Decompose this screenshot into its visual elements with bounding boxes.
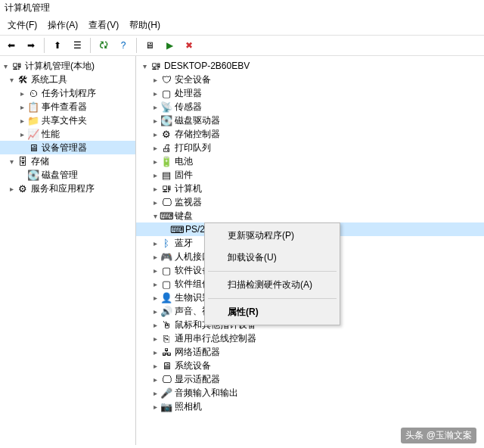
system-icon: 🖥 — [160, 359, 172, 372]
category-audio[interactable]: ▸🎤音频输入和输出 — [136, 386, 484, 400]
biometric-icon: 👤 — [160, 291, 172, 303]
category-camera[interactable]: ▸📷照相机 — [136, 400, 484, 413]
hdd-icon: 💽 — [160, 114, 172, 126]
firmware-icon: ▤ — [160, 169, 172, 181]
back-button[interactable]: ⬅ — [3, 37, 20, 54]
keyboard-icon: ⌨ — [160, 210, 172, 222]
ctx-separator — [208, 298, 337, 299]
hid-icon: 🎮 — [160, 250, 172, 263]
category-keyboard[interactable]: ▾⌨键盘 — [136, 209, 484, 222]
monitor-icon: 🖵 — [160, 196, 172, 208]
ctx-properties[interactable]: 属性(R) — [206, 301, 338, 323]
up-button[interactable]: ⬆ — [49, 37, 66, 54]
context-menu: 更新驱动程序(P) 卸载设备(U) 扫描检测硬件改动(A) 属性(R) — [204, 222, 340, 325]
window-title: 计算机管理 — [0, 0, 484, 16]
disk-management[interactable]: 💽磁盘管理 — [0, 168, 135, 182]
event-viewer[interactable]: ▸📋事件查看器 — [0, 100, 135, 114]
computer-icon: 🖳 — [11, 60, 23, 72]
usb-icon: ⎘ — [160, 332, 172, 344]
category-system[interactable]: ▸🖥系统设备 — [136, 359, 484, 372]
category-storage-ctrl[interactable]: ▸⚙存储控制器 — [136, 127, 484, 141]
left-root[interactable]: ▾🖳计算机管理(本地) — [0, 59, 135, 73]
toolbar: ⬅ ➡ ⬆ ☰ 🗘 ? 🖥 ▶ ✖ — [0, 35, 484, 56]
left-tree: ▾🖳计算机管理(本地) ▾🛠系统工具 ▸⏲任务计划程序 ▸📋事件查看器 ▸📁共享… — [0, 56, 136, 445]
cpu-icon: ▢ — [160, 87, 172, 99]
enable-button[interactable]: ▶ — [161, 37, 178, 54]
content-area: ▾🖳计算机管理(本地) ▾🛠系统工具 ▸⏲任务计划程序 ▸📋事件查看器 ▸📁共享… — [0, 56, 484, 445]
task-scheduler[interactable]: ▸⏲任务计划程序 — [0, 86, 135, 100]
system-tools[interactable]: ▾🛠系统工具 — [0, 73, 135, 86]
network-icon: 🖧 — [160, 346, 172, 358]
device-button[interactable]: 🖥 — [141, 37, 158, 54]
storage[interactable]: ▾🗄存储 — [0, 154, 135, 168]
controller-icon: ⚙ — [160, 128, 172, 140]
device-icon: 🖥 — [27, 142, 39, 154]
menu-help[interactable]: 帮助(H) — [125, 17, 165, 33]
refresh-button[interactable]: 🗘 — [95, 37, 112, 54]
device-root[interactable]: ▾🖳DESKTOP-2B60EBV — [136, 59, 484, 73]
category-usb[interactable]: ▸⎘通用串行总线控制器 — [136, 331, 484, 345]
menu-action[interactable]: 操作(A) — [43, 17, 82, 33]
camera-icon: 📷 — [160, 400, 172, 412]
keyboard-icon: ⌨ — [171, 223, 183, 235]
props-button[interactable]: ☰ — [69, 37, 85, 54]
category-display[interactable]: ▸🖵显示适配器 — [136, 372, 484, 386]
sensor-icon: 📡 — [160, 101, 172, 113]
perf-icon: 📈 — [27, 128, 39, 140]
component-icon: ▢ — [160, 278, 172, 290]
category-computer[interactable]: ▸🖳计算机 — [136, 182, 484, 195]
battery-icon: 🔋 — [160, 155, 172, 167]
wrench-icon: 🛠 — [17, 73, 29, 86]
menu-file[interactable]: 文件(F) — [3, 17, 42, 33]
category-network[interactable]: ▸🖧网络适配器 — [136, 345, 484, 359]
scheduler-icon: ⏲ — [27, 87, 39, 99]
ctx-separator — [208, 271, 337, 272]
ctx-uninstall[interactable]: 卸载设备(U) — [206, 247, 338, 269]
category-firmware[interactable]: ▸▤固件 — [136, 168, 484, 182]
software-icon: ▢ — [160, 264, 172, 276]
forward-button[interactable]: ➡ — [23, 37, 39, 54]
category-processor[interactable]: ▸▢处理器 — [136, 86, 484, 100]
ctx-scan-hardware[interactable]: 扫描检测硬件改动(A) — [206, 274, 338, 296]
performance[interactable]: ▸📈性能 — [0, 127, 135, 141]
category-disk[interactable]: ▸💽磁盘驱动器 — [136, 114, 484, 127]
shield-icon: 🛡 — [160, 73, 172, 86]
storage-icon: 🗄 — [17, 155, 29, 167]
bluetooth-icon: ᛒ — [160, 237, 172, 249]
right-tree: ▾🖳DESKTOP-2B60EBV ▸🛡安全设备 ▸▢处理器 ▸📡传感器 ▸💽磁… — [136, 56, 484, 445]
category-battery[interactable]: ▸🔋电池 — [136, 154, 484, 168]
printer-icon: 🖨 — [160, 142, 172, 154]
mouse-icon: 🖱 — [160, 319, 172, 331]
computer-icon: 🖳 — [160, 182, 172, 194]
device-manager[interactable]: 🖥设备管理器 — [0, 141, 135, 154]
menubar: 文件(F) 操作(A) 查看(V) 帮助(H) — [0, 16, 484, 35]
sound-icon: 🔊 — [160, 305, 172, 317]
watermark: 头条 @玉瀚文案 — [401, 428, 476, 443]
ctx-update-driver[interactable]: 更新驱动程序(P) — [206, 225, 338, 247]
category-print[interactable]: ▸🖨打印队列 — [136, 141, 484, 154]
desktop-icon: 🖳 — [150, 60, 162, 72]
display-icon: 🖵 — [160, 373, 172, 385]
event-icon: 📋 — [27, 101, 39, 113]
category-monitor[interactable]: ▸🖵监视器 — [136, 195, 484, 209]
folder-icon: 📁 — [27, 114, 39, 126]
shared-folders[interactable]: ▸📁共享文件夹 — [0, 114, 135, 127]
category-sensors[interactable]: ▸📡传感器 — [136, 100, 484, 114]
disable-button[interactable]: ✖ — [181, 37, 197, 54]
category-security[interactable]: ▸🛡安全设备 — [136, 73, 484, 86]
services-icon: ⚙ — [17, 182, 29, 194]
help-button[interactable]: ? — [115, 37, 132, 54]
services-apps[interactable]: ▸⚙服务和应用程序 — [0, 182, 135, 195]
disk-icon: 💽 — [27, 169, 39, 181]
audio-icon: 🎤 — [160, 387, 172, 399]
menu-view[interactable]: 查看(V) — [84, 17, 123, 33]
